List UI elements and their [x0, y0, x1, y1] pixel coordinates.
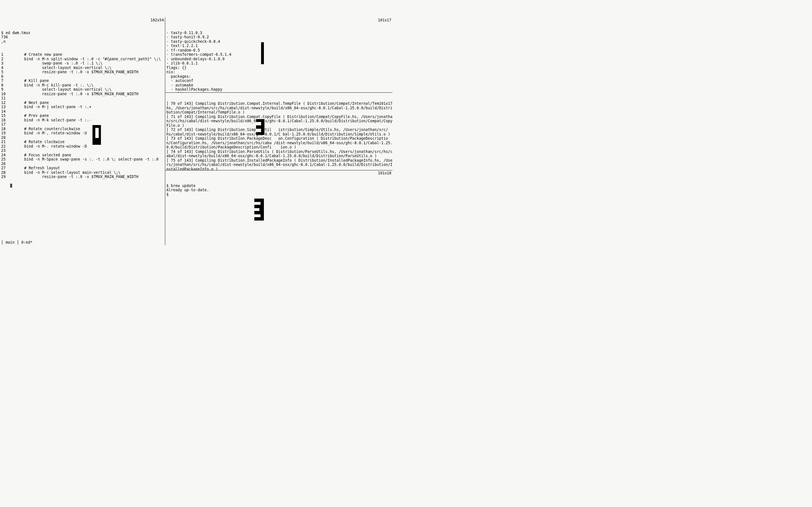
- editor-line: 28 bind -n M-r select-layout main-vertic…: [1, 170, 165, 175]
- editor-header: $ ed dwm.tmux 736 ,n: [1, 31, 165, 44]
- editor-line: 9 select-layout main-vertical \;\: [1, 87, 165, 92]
- editor-line: 10 resize-pane -t :.0 -x $TMUX_MAIN_PANE…: [1, 92, 165, 96]
- pane-brew[interactable]: 101x18 $ brew update Already up-to-date.…: [165, 170, 393, 245]
- pane-editor[interactable]: 102x54 $ ed dwm.tmux 736 ,n 1 # Create n…: [0, 17, 165, 245]
- pane-number-2-icon: [261, 42, 264, 64]
- pane-yaml-output[interactable]: 101x17 - tasty-0.11.0.3 - tasty-hunit-0.…: [165, 17, 393, 93]
- pane-number-4-icon: [254, 199, 264, 221]
- pane-compile-output[interactable]: [ 70 of 143] Compiling Distribution.Comp…: [165, 93, 393, 170]
- editor-line: 24 # Focus selected pane: [1, 153, 165, 158]
- editor-line: 8 bind -n M-c kill-pane -t :. \;\: [1, 83, 165, 88]
- editor-line: 29 resize-pane -t :.0 -x $TMUX_MAIN_PANE…: [1, 175, 165, 179]
- editor-line: 20: [1, 135, 165, 140]
- pane-dim-label: 102x54: [150, 18, 164, 22]
- editor-line: 5 resize-pane -t :.0 -x $TMUX_MAIN_PANE_…: [1, 70, 165, 74]
- editor-line: 16 bind -n M-k select-pane -t :.-: [1, 118, 165, 122]
- cursor-icon: [10, 184, 12, 187]
- editor-line: 13 bind -n M-j select-pane -t :.+: [1, 105, 165, 109]
- pane-dim-label: 101x17: [378, 18, 391, 22]
- status-bar[interactable]: [ main ] 0:ed*: [0, 240, 393, 245]
- editor-line: 2 bind -n M-n split-window -t :.0 -c "#{…: [1, 57, 165, 61]
- editor-line: 18 # Rotate counterclockwise: [1, 127, 165, 131]
- editor-line: 26: [1, 162, 165, 166]
- editor-line: 1 # Create new pane: [1, 52, 165, 57]
- tmux-container: 102x54 $ ed dwm.tmux 736 ,n 1 # Create n…: [0, 17, 393, 245]
- brew-text: $ brew update Already up-to-date. $: [166, 184, 393, 197]
- editor-line: 15 # Prev pane: [1, 114, 165, 118]
- editor-line: 21 # Rotate clockwise: [1, 140, 165, 144]
- editor-line: 14: [1, 109, 165, 114]
- editor-line: 17: [1, 122, 165, 127]
- compile-text: [ 70 of 143] Compiling Distribution.Comp…: [166, 101, 393, 170]
- editor-line: 3 swap-pane -s :.0 -t :.1 \;\: [1, 61, 165, 66]
- right-column: 101x17 - tasty-0.11.0.3 - tasty-hunit-0.…: [165, 17, 393, 245]
- editor-line: 7 # Kill pane: [1, 78, 165, 83]
- pane-number-3-icon: [256, 119, 264, 135]
- editor-line: 23: [1, 149, 165, 153]
- editor-line: 27 # Refresh layout: [1, 166, 165, 170]
- yaml-text: - tasty-0.11.0.3 - tasty-hunit-0.9.2 - t…: [166, 31, 393, 93]
- editor-body: 1 # Create new pane2 bind -n M-n split-w…: [1, 52, 165, 179]
- editor-line: 19 bind -n M-, rotate-window -U: [1, 131, 165, 135]
- editor-line: 22 bind -n M-. rotate-window -D: [1, 144, 165, 149]
- pane-dim-label: 101x18: [378, 171, 391, 175]
- editor-line: 11: [1, 96, 165, 101]
- pane-number-1-icon: [93, 125, 101, 145]
- editor-line: 6: [1, 74, 165, 79]
- editor-line: 25 bind -n M-Space swap-pane -s :. -t :.…: [1, 157, 165, 162]
- editor-line: 4 select-layout main-vertical \;\: [1, 66, 165, 70]
- editor-line: 12 # Next pane: [1, 101, 165, 105]
